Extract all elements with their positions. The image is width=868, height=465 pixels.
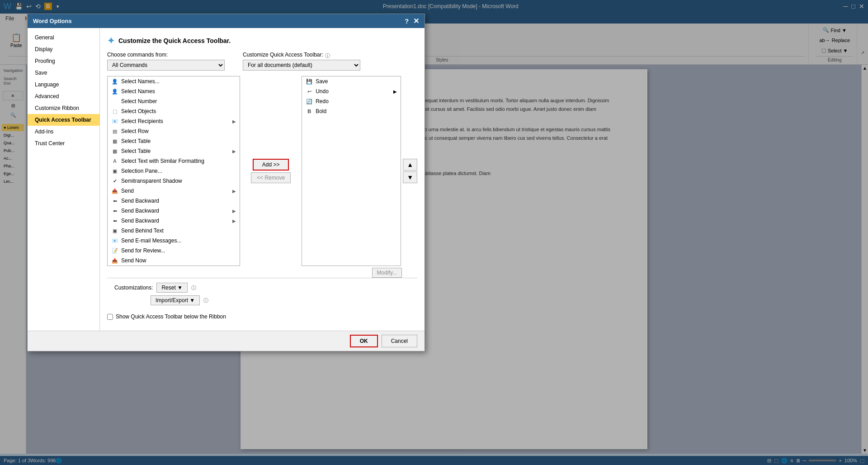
- cmd-select-row[interactable]: ▤ Select Row: [108, 126, 240, 136]
- commands-list-container: 👤 Select Names... 👤 Select Names Select …: [107, 76, 240, 266]
- reset-button[interactable]: Reset ▼: [156, 283, 188, 293]
- cmd-send-now[interactable]: 📤 Send Now: [108, 256, 240, 266]
- show-qat-checkbox[interactable]: [107, 314, 113, 320]
- cmd-icon-select-names: 👤: [111, 88, 118, 95]
- cmd-icon-send: 📤: [111, 187, 118, 195]
- cmd-icon-send-behind-text: ▣: [111, 227, 118, 234]
- toolbar-icon-save: 💾: [306, 78, 313, 85]
- toolbar-item-bold[interactable]: B Bold: [302, 106, 401, 116]
- dialog-nav-addins[interactable]: Add-Ins: [28, 126, 99, 138]
- customize-toolbar-select[interactable]: For all documents (default): [243, 60, 360, 71]
- cmd-icon-select-row: ▤: [111, 128, 118, 135]
- cmd-icon-send-email: 📧: [111, 237, 118, 244]
- remove-button[interactable]: << Remove: [251, 172, 291, 183]
- dialog-nav-qat[interactable]: Quick Access Toolbar: [28, 114, 99, 126]
- commands-list[interactable]: 👤 Select Names... 👤 Select Names Select …: [107, 76, 240, 266]
- toolbar-item-redo[interactable]: 🔄 Redo: [302, 96, 401, 106]
- ok-button[interactable]: OK: [350, 335, 378, 347]
- dialog-title-bar: Word Options ? ✕: [28, 14, 425, 28]
- import-export-button[interactable]: Import/Export ▼: [151, 295, 200, 305]
- cmd-icon-send-backward-3: ⬅: [111, 217, 118, 224]
- choose-commands-label: Choose commands from:: [107, 52, 225, 58]
- cmd-select-table-2[interactable]: ▦ Select Table ▶: [108, 146, 240, 156]
- lists-area: 👤 Select Names... 👤 Select Names Select …: [107, 76, 417, 266]
- cmd-icon-select-text-similar: A: [111, 157, 118, 165]
- cmd-select-recipients[interactable]: 📧 Select Recipients ▶: [108, 116, 240, 126]
- cmd-icon-send-now: 📤: [111, 257, 118, 264]
- toolbar-move-down-btn[interactable]: ▼: [403, 171, 417, 183]
- cmd-send-email-messages[interactable]: 📧 Send E-mail Messages...: [108, 236, 240, 246]
- cmd-send-backward-2[interactable]: ⬅ Send Backward ▶: [108, 206, 240, 216]
- modify-row: Modify...: [107, 268, 402, 278]
- dialog-nav: General Display Proofing Save Language A…: [28, 28, 100, 331]
- customize-toolbar-label: Customize Quick Access Toolbar:: [243, 52, 323, 58]
- toolbar-icon-redo: 🔄: [306, 98, 313, 105]
- cmd-icon-select-table-2: ▦: [111, 147, 118, 155]
- dialog-nav-general[interactable]: General: [28, 32, 99, 43]
- checkbox-row: Show Quick Access Toolbar below the Ribb…: [107, 310, 417, 323]
- dialog-body: General Display Proofing Save Language A…: [28, 28, 425, 331]
- cmd-send[interactable]: 📤 Send ▶: [108, 186, 240, 196]
- customizations-row: Customizations: Reset ▼ ⓘ: [114, 283, 410, 293]
- toolbar-icon-undo: ↩: [306, 88, 313, 95]
- cmd-icon-select-names-dots: 👤: [111, 78, 118, 85]
- customizations-label: Customizations:: [114, 285, 153, 291]
- modify-button[interactable]: Modify...: [372, 268, 402, 278]
- import-export-info-icon[interactable]: ⓘ: [203, 298, 208, 303]
- updown-buttons: ▲ ▼: [403, 76, 417, 266]
- cmd-select-objects[interactable]: ⬚ Select Objects: [108, 106, 240, 116]
- dialog-nav-trust-center[interactable]: Trust Center: [28, 138, 99, 149]
- toolbar-icon-bold: B: [306, 108, 313, 115]
- customize-toolbar-info-icon[interactable]: ⓘ: [325, 52, 330, 59]
- choose-commands-group: Choose commands from: All Commands: [107, 52, 225, 71]
- show-qat-label: Show Quick Access Toolbar below the Ribb…: [116, 313, 226, 320]
- dialog-footer: Customizations: Reset ▼ ⓘ Import/Export …: [107, 278, 417, 310]
- toolbar-item-save[interactable]: 💾 Save: [302, 76, 401, 86]
- ok-cancel-area: OK Cancel: [28, 331, 425, 351]
- dialog-nav-display[interactable]: Display: [28, 43, 99, 55]
- reset-info-icon[interactable]: ⓘ: [191, 285, 196, 291]
- add-remove-buttons: Add >> << Remove: [247, 76, 294, 266]
- dialog-nav-advanced[interactable]: Advanced: [28, 90, 99, 102]
- cmd-send-for-review[interactable]: 📝 Send for Review...: [108, 246, 240, 256]
- cmd-send-behind-text[interactable]: ▣ Send Behind Text: [108, 226, 240, 236]
- cmd-select-names[interactable]: 👤 Select Names: [108, 86, 240, 96]
- cmd-send-backward-1[interactable]: ⬅ Send Backward: [108, 196, 240, 206]
- cmd-icon-select-objects: ⬚: [111, 108, 118, 115]
- show-qat-checkbox-label[interactable]: Show Quick Access Toolbar below the Ribb…: [107, 313, 417, 320]
- dialog-nav-customize-ribbon[interactable]: Customize Ribbon: [28, 102, 99, 114]
- import-export-row: Import/Export ▼ ⓘ: [151, 295, 410, 305]
- add-button[interactable]: Add >>: [253, 159, 289, 171]
- cmd-icon-select-number: [111, 98, 118, 105]
- choose-commands-select[interactable]: All Commands: [107, 60, 225, 71]
- cmd-send-to-back[interactable]: ↩ Send to Back: [108, 266, 240, 266]
- cmd-icon-semitransparent: ✔: [111, 177, 118, 185]
- customize-toolbar-group: Customize Quick Access Toolbar: ⓘ For al…: [243, 52, 360, 71]
- toolbar-list-container: 💾 Save ↩ Undo ▶ 🔄 Redo: [302, 76, 401, 266]
- dialog-nav-proofing[interactable]: Proofing: [28, 55, 99, 67]
- cmd-icon-select-recipients: 📧: [111, 118, 118, 125]
- dialog-title: Word Options: [33, 18, 72, 24]
- toolbar-list[interactable]: 💾 Save ↩ Undo ▶ 🔄 Redo: [302, 76, 401, 266]
- dialog-close-icon[interactable]: ✕: [413, 17, 419, 25]
- dropdowns-row: Choose commands from: All Commands Custo…: [107, 52, 417, 71]
- cmd-icon-send-backward-1: ⬅: [111, 197, 118, 204]
- cmd-icon-selection-pane: ▣: [111, 167, 118, 175]
- word-options-dialog: Word Options ? ✕ General Display Proofin…: [27, 14, 425, 351]
- toolbar-move-up-btn[interactable]: ▲: [403, 159, 417, 171]
- cmd-select-table-1[interactable]: ▦ Select Table: [108, 136, 240, 146]
- cmd-selection-pane[interactable]: ▣ Selection Pane...: [108, 166, 240, 176]
- cancel-button[interactable]: Cancel: [382, 335, 417, 347]
- cmd-icon-send-backward-2: ⬅: [111, 207, 118, 214]
- toolbar-item-undo[interactable]: ↩ Undo ▶: [302, 86, 401, 96]
- dialog-nav-language[interactable]: Language: [28, 79, 99, 90]
- cmd-select-text-similar[interactable]: A Select Text with Similar Formatting: [108, 156, 240, 166]
- cmd-select-names-dots[interactable]: 👤 Select Names...: [108, 76, 240, 86]
- cmd-semitransparent-shadow[interactable]: ✔ Semitransparent Shadow: [108, 176, 240, 186]
- cmd-icon-select-table-1: ▦: [111, 138, 118, 145]
- dialog-nav-save[interactable]: Save: [28, 67, 99, 79]
- cmd-icon-send-review: 📝: [111, 247, 118, 254]
- cmd-send-backward-3[interactable]: ⬅ Send Backward ▶: [108, 216, 240, 226]
- cmd-select-number[interactable]: Select Number: [108, 96, 240, 106]
- dialog-help-icon[interactable]: ?: [405, 18, 409, 25]
